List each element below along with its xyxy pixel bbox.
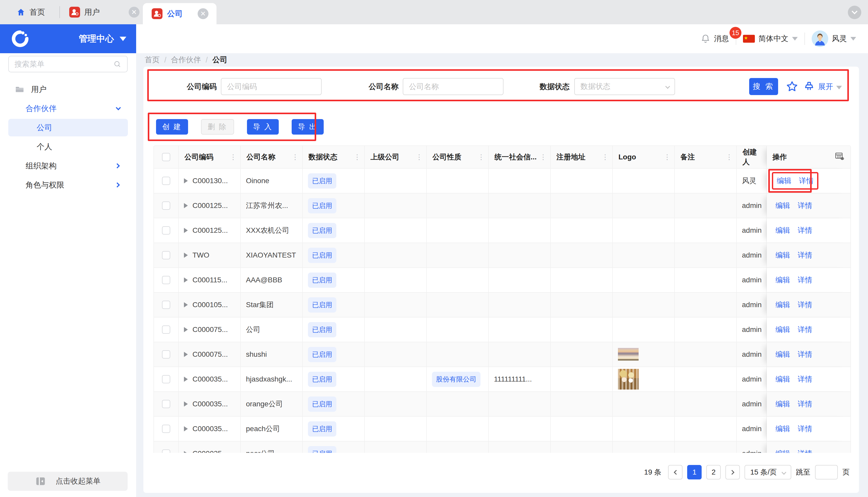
page-size-select[interactable]: 15 条/页 <box>744 465 791 480</box>
prev-page-button[interactable] <box>668 465 683 480</box>
expand-caret-icon[interactable] <box>184 377 188 382</box>
page-1-button[interactable]: 1 <box>687 465 702 480</box>
expand-caret-icon[interactable] <box>184 426 188 431</box>
sidebar-search[interactable] <box>8 56 128 72</box>
row-checkbox[interactable] <box>162 177 170 185</box>
expand-toggle[interactable]: 展开 <box>818 82 842 92</box>
expand-caret-icon[interactable] <box>184 278 188 283</box>
column-menu-icon[interactable]: ⋮ <box>354 153 361 161</box>
app-title[interactable]: 管理中心 <box>79 33 114 45</box>
row-checkbox[interactable] <box>162 400 170 408</box>
edit-link[interactable]: 编辑 <box>775 424 790 434</box>
column-menu-icon[interactable]: ⋮ <box>478 153 485 161</box>
column-menu-icon[interactable]: ⋮ <box>602 153 609 161</box>
column-menu-icon[interactable]: ⋮ <box>726 153 732 161</box>
header-creator[interactable]: 创建人 <box>737 146 767 168</box>
row-checkbox[interactable] <box>162 425 170 433</box>
row-checkbox[interactable] <box>162 251 170 259</box>
column-menu-icon[interactable]: ⋮ <box>540 153 546 161</box>
header-remark[interactable]: 备注⋮ <box>675 146 737 168</box>
expand-caret-icon[interactable] <box>184 302 188 308</box>
detail-link[interactable]: 详情 <box>798 424 812 434</box>
edit-link[interactable]: 编辑 <box>775 399 790 409</box>
sidebar-item-company[interactable]: 公司 <box>8 119 128 137</box>
filter-code-field[interactable] <box>221 78 322 95</box>
expand-caret-icon[interactable] <box>184 228 188 233</box>
expand-caret-icon[interactable] <box>184 253 188 258</box>
create-button[interactable]: 创 建 <box>156 119 188 134</box>
column-settings-icon[interactable] <box>835 151 845 163</box>
sidebar-item-organization[interactable]: 组织架构 <box>8 157 128 175</box>
expand-caret-icon[interactable] <box>184 451 188 453</box>
edit-link[interactable]: 编辑 <box>775 350 790 359</box>
expand-caret-icon[interactable] <box>184 327 188 332</box>
edit-link[interactable]: 编辑 <box>777 176 791 186</box>
row-checkbox[interactable] <box>162 375 170 383</box>
tab-company-active[interactable]: 公司 ✕ <box>143 3 216 24</box>
expand-caret-icon[interactable] <box>184 178 188 183</box>
next-page-button[interactable] <box>725 465 740 480</box>
detail-link[interactable]: 详情 <box>798 374 812 384</box>
header-parent-company[interactable]: 上级公司⋮ <box>365 146 427 168</box>
header-company-name[interactable]: 公司名称⋮ <box>241 146 303 168</box>
header-address[interactable]: 注册地址⋮ <box>551 146 613 168</box>
edit-link[interactable]: 编辑 <box>775 275 790 285</box>
page-2-button[interactable]: 2 <box>706 465 721 480</box>
filter-code-input[interactable] <box>227 82 315 91</box>
row-checkbox[interactable] <box>162 276 170 284</box>
language-selector[interactable]: 简体中文 <box>743 33 798 44</box>
header-data-status[interactable]: 数据状态⋮ <box>303 146 365 168</box>
select-all-checkbox[interactable] <box>162 153 170 161</box>
edit-link[interactable]: 编辑 <box>775 226 790 235</box>
row-checkbox[interactable] <box>162 450 170 453</box>
column-menu-icon[interactable]: ⋮ <box>230 153 237 161</box>
edit-link[interactable]: 编辑 <box>775 201 790 211</box>
detail-link[interactable]: 详情 <box>799 176 813 186</box>
row-checkbox[interactable] <box>162 301 170 309</box>
detail-link[interactable]: 详情 <box>798 399 812 409</box>
detail-link[interactable]: 详情 <box>798 275 812 285</box>
sidebar-item-partners[interactable]: 合作伙伴 <box>8 100 128 117</box>
sidebar-item-personal[interactable]: 个人 <box>8 138 128 156</box>
sidebar-search-input[interactable] <box>14 60 113 69</box>
row-checkbox[interactable] <box>162 226 170 235</box>
column-menu-icon[interactable]: ⋮ <box>416 153 423 161</box>
filter-name-field[interactable] <box>403 78 503 95</box>
column-menu-icon[interactable]: ⋮ <box>664 153 671 161</box>
edit-link[interactable]: 编辑 <box>775 449 790 453</box>
expand-caret-icon[interactable] <box>184 352 188 357</box>
header-logo[interactable]: Logo⋮ <box>613 146 675 168</box>
tab-user[interactable]: 用户 ✕ <box>69 7 140 17</box>
column-menu-icon[interactable]: ⋮ <box>291 153 299 161</box>
filter-status-select[interactable]: 数据状态 <box>574 78 675 95</box>
detail-link[interactable]: 详情 <box>798 300 812 310</box>
edit-link[interactable]: 编辑 <box>775 300 790 310</box>
import-button[interactable]: 导 入 <box>247 119 279 134</box>
detail-link[interactable]: 详情 <box>798 201 812 211</box>
tab-home[interactable]: 首页 <box>16 7 45 17</box>
row-checkbox[interactable] <box>162 201 170 210</box>
messages-button[interactable]: 消息 15 <box>701 33 729 44</box>
edit-link[interactable]: 编辑 <box>775 250 790 260</box>
detail-link[interactable]: 详情 <box>798 325 812 335</box>
detail-link[interactable]: 详情 <box>798 350 812 359</box>
detail-link[interactable]: 详情 <box>798 226 812 235</box>
collapse-menu-button[interactable]: 点击收起菜单 <box>8 472 128 491</box>
header-credit-code[interactable]: 统一社会信...⋮ <box>489 146 551 168</box>
sidebar-item-users[interactable]: 用户 <box>8 81 128 98</box>
breadcrumb-partners[interactable]: 合作伙伴 <box>171 55 201 65</box>
row-checkbox[interactable] <box>162 326 170 334</box>
edit-link[interactable]: 编辑 <box>775 325 790 335</box>
detail-link[interactable]: 详情 <box>798 250 812 260</box>
detail-link[interactable]: 详情 <box>798 449 812 453</box>
filter-name-input[interactable] <box>409 82 497 91</box>
header-company-nature[interactable]: 公司性质⋮ <box>427 146 489 168</box>
edit-link[interactable]: 编辑 <box>775 374 790 384</box>
search-button[interactable]: 搜 索 <box>749 78 778 95</box>
delete-button[interactable]: 删 除 <box>201 119 234 134</box>
sidebar-item-roles[interactable]: 角色与权限 <box>8 176 128 194</box>
header-select-all[interactable] <box>154 146 179 168</box>
breadcrumb-home[interactable]: 首页 <box>145 55 160 65</box>
tab-company-close-icon[interactable]: ✕ <box>198 8 209 19</box>
header-company-code[interactable]: 公司编码⋮ <box>179 146 241 168</box>
